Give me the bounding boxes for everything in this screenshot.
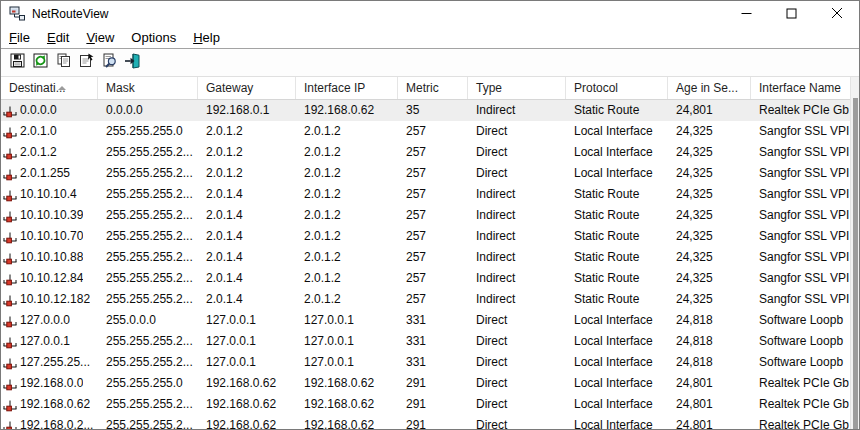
app-network-icon <box>9 6 25 22</box>
cell-text: 10.10.10.88 <box>20 247 83 268</box>
exit-button[interactable] <box>121 51 143 75</box>
cell-destination: 10.10.10.39 <box>1 205 98 226</box>
table-row[interactable]: 192.168.0.62255.255.255.2...192.168.0.62… <box>1 394 859 415</box>
menu-item-view[interactable]: View <box>80 28 120 47</box>
route-icon <box>3 356 17 370</box>
cell-interface_name: Software Loopb <box>751 310 859 331</box>
table-row[interactable]: 2.0.1.0255.255.255.02.0.1.22.0.1.2257Dir… <box>1 121 859 142</box>
menu-item-options[interactable]: Options <box>125 28 182 47</box>
table-row[interactable]: 192.168.0.2...255.255.255.2...192.168.0.… <box>1 415 859 429</box>
column-header-interface-ip[interactable]: Interface IP <box>296 77 398 99</box>
table-row[interactable]: 0.0.0.00.0.0.0192.168.0.1192.168.0.6235I… <box>1 100 859 121</box>
cell-interface_name: Software Loopb <box>751 331 859 352</box>
cell-type: Indirect <box>468 247 566 268</box>
minimize-button[interactable] <box>724 1 769 27</box>
table-row[interactable]: 127.255.25...255.255.255.2...127.0.0.112… <box>1 352 859 373</box>
table-row[interactable]: 192.168.0.0255.255.255.0192.168.0.62192.… <box>1 373 859 394</box>
column-header-age-in-se[interactable]: Age in Se... <box>668 77 751 99</box>
route-icon <box>3 335 17 349</box>
cell-destination: 192.168.0.62 <box>1 394 98 415</box>
toolbar <box>1 49 859 77</box>
properties-button[interactable] <box>75 51 97 75</box>
cell-mask: 255.255.255.2... <box>98 415 198 429</box>
table-row[interactable]: 127.0.0.0255.0.0.0127.0.0.1127.0.0.1331D… <box>1 310 859 331</box>
cell-mask: 255.255.255.2... <box>98 331 198 352</box>
menu-item-file[interactable]: File <box>3 28 36 47</box>
cell-text: 192.168.0.62 <box>20 394 90 415</box>
column-header-metric[interactable]: Metric <box>398 77 468 99</box>
table-row[interactable]: 10.10.10.70255.255.255.2...2.0.1.42.0.1.… <box>1 226 859 247</box>
route-icon <box>3 314 17 328</box>
table-row[interactable]: 10.10.12.84255.255.255.2...2.0.1.42.0.1.… <box>1 268 859 289</box>
cell-text: 10.10.12.84 <box>20 268 83 289</box>
cell-age_in_seconds: 24,325 <box>668 268 751 289</box>
find-icon <box>101 52 118 73</box>
cell-age_in_seconds: 24,325 <box>668 184 751 205</box>
cell-text: 10.10.12.182 <box>20 289 90 310</box>
column-header-destinati[interactable]: Destinati... <box>1 77 98 99</box>
cell-mask: 255.255.255.2... <box>98 247 198 268</box>
cell-gateway: 127.0.0.1 <box>198 331 296 352</box>
column-header-gateway[interactable]: Gateway <box>198 77 296 99</box>
cell-gateway: 2.0.1.4 <box>198 268 296 289</box>
cell-type: Direct <box>468 394 566 415</box>
column-header-label: Mask <box>106 81 135 95</box>
table-row[interactable]: 2.0.1.2255.255.255.2...2.0.1.22.0.1.2257… <box>1 142 859 163</box>
column-header-type[interactable]: Type <box>468 77 566 99</box>
cell-destination: 0.0.0.0 <box>1 100 98 121</box>
cell-gateway: 2.0.1.2 <box>198 121 296 142</box>
cell-interface_name: Sangfor SSL VPI <box>751 247 859 268</box>
table-row[interactable]: 10.10.10.4255.255.255.2...2.0.1.42.0.1.2… <box>1 184 859 205</box>
column-header-label: Gateway <box>206 81 253 95</box>
table-row[interactable]: 127.0.0.1255.255.255.2...127.0.0.1127.0.… <box>1 331 859 352</box>
close-button[interactable] <box>814 1 859 27</box>
cell-metric: 257 <box>398 289 468 310</box>
copy-button[interactable] <box>52 51 74 75</box>
table-row[interactable]: 2.0.1.255255.255.255.2...2.0.1.22.0.1.22… <box>1 163 859 184</box>
menu-item-mnemonic: V <box>86 30 94 45</box>
maximize-button[interactable] <box>769 1 814 27</box>
menu-item-edit[interactable]: Edit <box>41 28 75 47</box>
netrouteview-window: NetRouteView FileEditViewOptionsHelp <box>0 0 860 430</box>
cell-protocol: Local Interface <box>566 310 668 331</box>
cell-gateway: 2.0.1.2 <box>198 142 296 163</box>
table-row[interactable]: 10.10.10.39255.255.255.2...2.0.1.42.0.1.… <box>1 205 859 226</box>
refresh-button[interactable] <box>29 51 51 75</box>
menu-item-help[interactable]: Help <box>187 28 226 47</box>
exit-icon <box>124 52 141 73</box>
cell-interface_ip: 192.168.0.62 <box>296 373 398 394</box>
column-header-label: Interface Name <box>759 81 841 95</box>
cell-interface_name: Sangfor SSL VPI <box>751 289 859 310</box>
cell-type: Direct <box>468 163 566 184</box>
table-row[interactable]: 10.10.10.88255.255.255.2...2.0.1.42.0.1.… <box>1 247 859 268</box>
cell-metric: 331 <box>398 310 468 331</box>
vertical-scrollbar[interactable] <box>850 77 859 429</box>
route-icon <box>3 272 17 286</box>
scrollbar-thumb[interactable] <box>853 98 858 429</box>
route-icon <box>3 230 17 244</box>
cell-text: 2.0.1.255 <box>20 163 70 184</box>
column-header-protocol[interactable]: Protocol <box>566 77 668 99</box>
cell-mask: 0.0.0.0 <box>98 100 198 121</box>
close-icon <box>831 5 843 23</box>
cell-mask: 255.255.255.2... <box>98 268 198 289</box>
find-button[interactable] <box>98 51 120 75</box>
cell-age_in_seconds: 24,801 <box>668 373 751 394</box>
properties-icon <box>78 52 95 73</box>
cell-destination: 2.0.1.255 <box>1 163 98 184</box>
cell-gateway: 192.168.0.62 <box>198 415 296 429</box>
save-button[interactable] <box>6 51 28 75</box>
column-header-interface-name[interactable]: Interface Name <box>751 77 860 99</box>
cell-interface_ip: 2.0.1.2 <box>296 121 398 142</box>
cell-mask: 255.255.255.0 <box>98 121 198 142</box>
route-icon <box>3 251 17 265</box>
cell-age_in_seconds: 24,325 <box>668 121 751 142</box>
cell-age_in_seconds: 24,818 <box>668 310 751 331</box>
cell-protocol: Static Route <box>566 184 668 205</box>
cell-age_in_seconds: 24,801 <box>668 100 751 121</box>
cell-interface_ip: 2.0.1.2 <box>296 205 398 226</box>
table-row[interactable]: 10.10.12.182255.255.255.2...2.0.1.42.0.1… <box>1 289 859 310</box>
cell-protocol: Local Interface <box>566 352 668 373</box>
routes-list-view: Destinati...MaskGatewayInterface IPMetri… <box>1 77 859 429</box>
column-header-mask[interactable]: Mask <box>98 77 198 99</box>
